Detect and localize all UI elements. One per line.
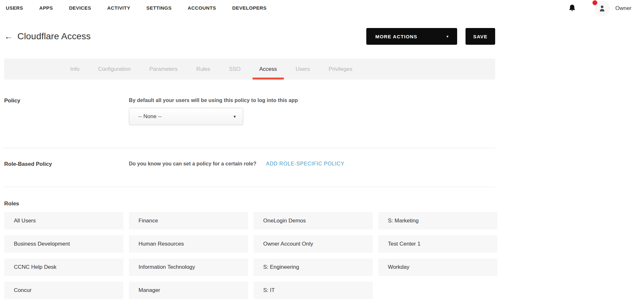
user-avatar[interactable] bbox=[595, 1, 610, 16]
account-owner-label[interactable]: Owner bbox=[615, 5, 631, 12]
roles-grid: All Users Finance OneLogin Demos S: Mark… bbox=[4, 212, 644, 299]
page-title: Cloudflare Access bbox=[17, 31, 91, 42]
policy-select-value: -- None -- bbox=[138, 113, 162, 120]
role-chip-human-resources[interactable]: Human Resources bbox=[129, 235, 248, 253]
policy-section-content: By default all your users will be using … bbox=[129, 98, 298, 125]
policy-help-text: By default all your users will be using … bbox=[129, 98, 298, 103]
role-chip-workday[interactable]: Workday bbox=[378, 258, 497, 276]
policy-section-label: Policy bbox=[4, 98, 129, 125]
more-actions-label: MORE ACTIONS bbox=[375, 34, 418, 39]
tab-rules[interactable]: Rules bbox=[196, 59, 210, 80]
select-caret-down-icon: ▼ bbox=[233, 115, 236, 118]
role-chip-finance[interactable]: Finance bbox=[129, 212, 248, 230]
role-chip-s-engineering[interactable]: S: Engineering bbox=[254, 258, 373, 276]
page-header: ← Cloudflare Access MORE ACTIONS ▼ SAVE bbox=[4, 28, 495, 45]
notification-bell-icon[interactable] bbox=[568, 4, 577, 13]
tab-sso[interactable]: SSO bbox=[229, 59, 241, 80]
role-based-policy-section: Role-Based Policy Do you know you can se… bbox=[4, 161, 495, 167]
role-chip-ccnc-help-desk[interactable]: CCNC Help Desk bbox=[4, 258, 123, 276]
back-arrow-icon[interactable]: ← bbox=[4, 32, 13, 41]
nav-right-cluster: Owner bbox=[568, 1, 631, 15]
role-chip-information-technology[interactable]: Information Technology bbox=[129, 258, 248, 276]
avatar-notification-dot bbox=[592, 0, 597, 5]
tab-privileges[interactable]: Privileges bbox=[329, 59, 352, 80]
nav-item-activity[interactable]: ACTIVITY bbox=[107, 5, 130, 11]
top-navigation: USERS APPS DEVICES ACTIVITY SETTINGS ACC… bbox=[0, 0, 644, 14]
tab-parameters[interactable]: Parameters bbox=[149, 59, 178, 80]
header-buttons: MORE ACTIONS ▼ SAVE bbox=[366, 28, 495, 45]
policy-section: Policy By default all your users will be… bbox=[4, 98, 495, 125]
role-based-policy-label: Role-Based Policy bbox=[4, 161, 129, 167]
role-chip-test-center-1[interactable]: Test Center 1 bbox=[378, 235, 497, 253]
tab-users[interactable]: Users bbox=[296, 59, 310, 80]
caret-down-icon: ▼ bbox=[446, 35, 449, 38]
tab-access[interactable]: Access bbox=[259, 59, 277, 80]
role-chip-all-users[interactable]: All Users bbox=[4, 212, 123, 230]
nav-item-developers[interactable]: DEVELOPERS bbox=[232, 5, 267, 11]
tab-configuration[interactable]: Configuration bbox=[98, 59, 130, 80]
role-chip-s-marketing[interactable]: S: Marketing bbox=[378, 212, 497, 230]
tab-info[interactable]: Info bbox=[70, 59, 79, 80]
role-based-policy-content: Do you know you can set a policy for a c… bbox=[129, 161, 344, 167]
role-chip-concur[interactable]: Concur bbox=[4, 282, 123, 299]
role-chip-onelogin-demos[interactable]: OneLogin Demos bbox=[254, 212, 373, 230]
role-chip-business-development[interactable]: Business Development bbox=[4, 235, 123, 253]
role-chip-s-it[interactable]: S: IT bbox=[254, 282, 373, 299]
app-tabs: Info Configuration Parameters Rules SSO … bbox=[4, 59, 495, 80]
nav-item-apps[interactable]: APPS bbox=[39, 5, 53, 11]
role-chip-manager[interactable]: Manager bbox=[129, 282, 248, 299]
role-chip-owner-account-only[interactable]: Owner Account Only bbox=[254, 235, 373, 253]
role-based-policy-question: Do you know you can set a policy for a c… bbox=[129, 161, 256, 167]
nav-item-settings[interactable]: SETTINGS bbox=[146, 5, 171, 11]
add-role-specific-policy-link[interactable]: ADD ROLE-SPECIFIC POLICY bbox=[266, 161, 344, 167]
nav-item-accounts[interactable]: ACCOUNTS bbox=[188, 5, 216, 11]
save-button[interactable]: SAVE bbox=[466, 28, 495, 45]
person-icon bbox=[598, 4, 606, 13]
policy-select[interactable]: -- None -- ▼ bbox=[129, 108, 243, 125]
more-actions-button[interactable]: MORE ACTIONS ▼ bbox=[366, 28, 457, 45]
roles-section: Roles All Users Finance OneLogin Demos S… bbox=[4, 201, 644, 299]
section-divider bbox=[3, 148, 495, 148]
nav-item-devices[interactable]: DEVICES bbox=[69, 5, 91, 11]
nav-item-users[interactable]: USERS bbox=[6, 5, 23, 11]
roles-section-label: Roles bbox=[4, 201, 644, 207]
section-divider bbox=[3, 187, 495, 187]
